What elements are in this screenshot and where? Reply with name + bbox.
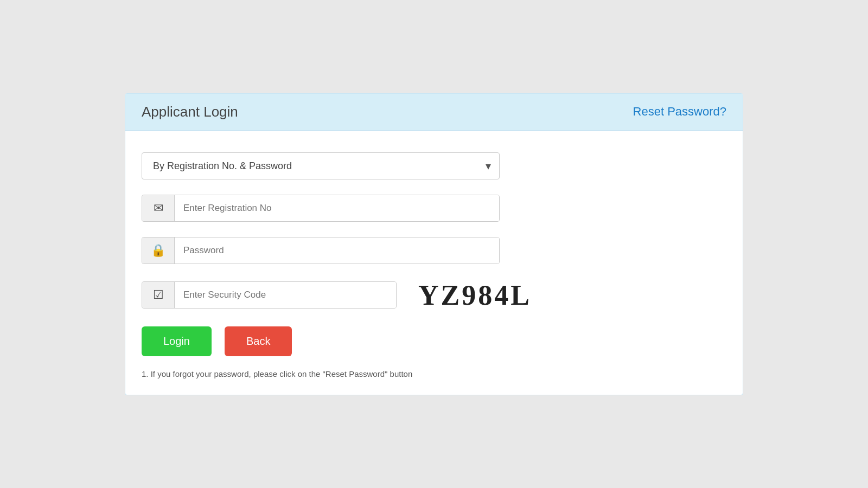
password-input[interactable]: [175, 237, 499, 264]
security-code-group: ☑ YZ984L: [142, 279, 726, 311]
login-card: Applicant Login Reset Password? By Regis…: [125, 93, 743, 395]
instructions: 1. If you forgot your password, please c…: [142, 369, 726, 378]
login-type-select[interactable]: By Registration No. & PasswordBy Email &…: [142, 152, 500, 179]
lock-icon: 🔒: [142, 237, 175, 264]
login-button[interactable]: Login: [142, 326, 212, 356]
password-group: 🔒: [142, 237, 726, 264]
back-button[interactable]: Back: [225, 326, 292, 356]
registration-no-group: ✉: [142, 195, 726, 222]
card-body: By Registration No. & PasswordBy Email &…: [125, 131, 743, 395]
security-row: ☑ YZ984L: [142, 279, 726, 311]
page-title: Applicant Login: [142, 104, 238, 120]
registration-no-input-group: ✉: [142, 195, 500, 222]
security-code-input-group: ☑: [142, 281, 397, 309]
login-type-select-wrapper: By Registration No. & PasswordBy Email &…: [142, 152, 500, 179]
login-type-group: By Registration No. & PasswordBy Email &…: [142, 152, 726, 179]
card-header: Applicant Login Reset Password?: [125, 94, 743, 131]
password-input-group: 🔒: [142, 237, 500, 264]
buttons-row: Login Back: [142, 326, 726, 356]
check-icon: ☑: [142, 282, 175, 308]
registration-no-input[interactable]: [175, 195, 499, 221]
captcha-image: YZ984L: [418, 279, 532, 311]
instruction-line-1: 1. If you forgot your password, please c…: [142, 369, 726, 378]
security-code-input[interactable]: [175, 282, 396, 308]
reset-password-link[interactable]: Reset Password?: [633, 105, 726, 119]
envelope-icon: ✉: [142, 195, 175, 221]
